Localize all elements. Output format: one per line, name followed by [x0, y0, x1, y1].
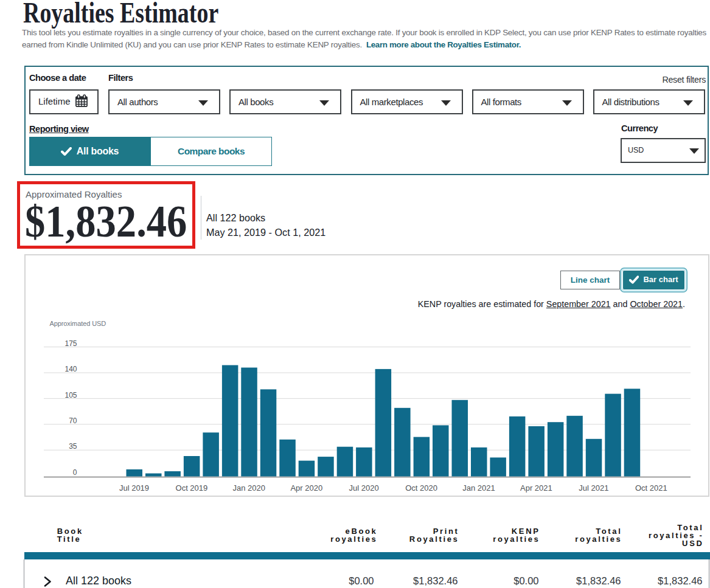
svg-text:140: 140 [64, 365, 77, 373]
svg-text:105: 105 [64, 391, 77, 399]
svg-text:175: 175 [64, 339, 77, 348]
svg-text:Jan 2020: Jan 2020 [233, 483, 266, 493]
svg-text:Jul 2019: Jul 2019 [119, 483, 149, 493]
svg-text:Apr 2020: Apr 2020 [290, 483, 322, 493]
svg-text:Jul 2021: Jul 2021 [579, 483, 608, 493]
svg-text:Oct 2019: Oct 2019 [176, 483, 208, 493]
svg-text:0: 0 [73, 468, 77, 477]
svg-text:Oct 2021: Oct 2021 [635, 483, 667, 493]
svg-text:70: 70 [69, 417, 77, 425]
svg-text:Jul 2020: Jul 2020 [349, 483, 379, 493]
svg-text:Apr 2021: Apr 2021 [520, 483, 552, 493]
svg-text:Jan 2021: Jan 2021 [462, 483, 495, 493]
svg-text:35: 35 [69, 442, 77, 451]
svg-text:Oct 2020: Oct 2020 [405, 483, 437, 493]
